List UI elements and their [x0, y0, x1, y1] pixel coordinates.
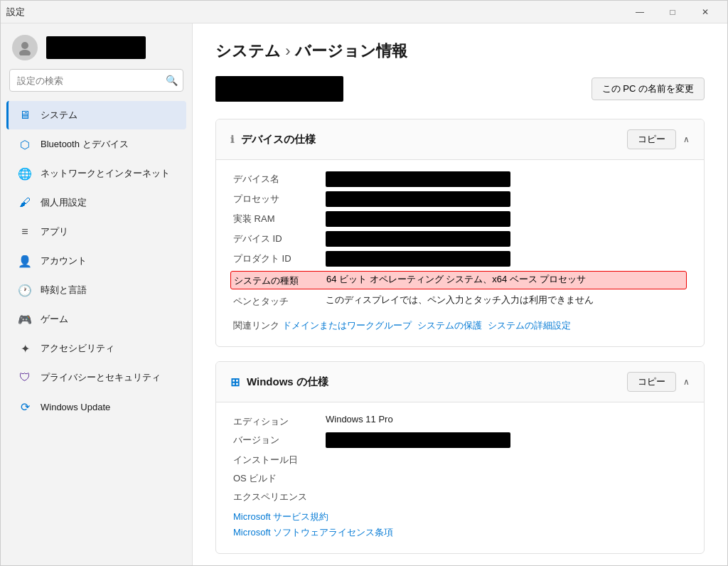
- sidebar-item-update[interactable]: ⟳ Windows Update: [6, 393, 186, 421]
- page-title: システム › バージョン情報: [215, 41, 407, 62]
- device-spec-collapse-icon[interactable]: ∧: [683, 134, 690, 144]
- windows-spec-copy-button[interactable]: コピー: [627, 372, 676, 392]
- titlebar-left: 設定: [6, 6, 25, 18]
- table-row: デバイス ID: [233, 231, 687, 247]
- sidebar-item-label: ネットワークとインターネット: [41, 167, 170, 180]
- sidebar-item-label: Windows Update: [41, 402, 110, 412]
- apps-icon: ≡: [18, 225, 32, 239]
- windows-spec-collapse-icon[interactable]: ∧: [683, 377, 690, 387]
- row-label: エクスペリエンス: [233, 489, 326, 503]
- network-icon: 🌐: [18, 166, 32, 181]
- sidebar-item-label: Bluetooth とデバイス: [41, 138, 129, 151]
- row-label: システムの種類: [234, 273, 326, 287]
- device-spec-copy-button[interactable]: コピー: [627, 129, 676, 149]
- row-value: [326, 211, 687, 227]
- table-row-highlighted: システムの種類 64 ビット オペレーティング システム、x64 ベース プロセ…: [230, 271, 687, 289]
- sidebar-item-label: システム: [41, 109, 77, 122]
- row-value: このディスプレイでは、ペン入力とタッチ入力は利用できません: [326, 294, 687, 306]
- device-spec-header: ℹ デバイスの仕様 コピー ∧: [216, 119, 704, 160]
- row-value: 64 ビット オペレーティング システム、x64 ベース プロセッサ: [326, 273, 683, 286]
- device-spec-table: デバイス名 プロセッサ 実装 RAM: [233, 171, 687, 308]
- related-link-domain[interactable]: ドメインまたはワークグループ: [282, 319, 412, 332]
- table-row: 実装 RAM: [233, 211, 687, 227]
- sidebar-item-label: アカウント: [41, 255, 87, 267]
- windows-icon: ⊞: [230, 375, 240, 389]
- accounts-icon: 👤: [18, 254, 32, 268]
- sidebar-user-section: [1, 23, 192, 69]
- ms-service-link[interactable]: Microsoft サービス規約: [233, 511, 687, 523]
- sidebar-item-bluetooth[interactable]: ⬡ Bluetooth とデバイス: [6, 130, 186, 159]
- row-label: プロダクト ID: [233, 251, 326, 265]
- windows-spec-title: Windows の仕様: [247, 375, 328, 389]
- gaming-icon: 🎮: [18, 312, 32, 326]
- row-label: バージョン: [233, 432, 326, 447]
- table-row: OS ビルド: [233, 471, 687, 485]
- sidebar-item-time[interactable]: 🕐 時刻と言語: [6, 276, 186, 304]
- redacted-value: [326, 191, 510, 207]
- sidebar-search[interactable]: 🔍: [9, 69, 183, 92]
- table-row: エディション Windows 11 Pro: [233, 414, 687, 428]
- redacted-value: [326, 231, 510, 247]
- sidebar-item-network[interactable]: 🌐 ネットワークとインターネット: [6, 159, 186, 188]
- sidebar-item-gaming[interactable]: 🎮 ゲーム: [6, 305, 186, 333]
- windows-spec-header: ⊞ Windows の仕様 コピー ∧: [216, 362, 704, 402]
- windows-spec-title-group: ⊞ Windows の仕様: [230, 375, 328, 389]
- minimize-button[interactable]: —: [623, 1, 656, 23]
- table-row: エクスペリエンス: [233, 489, 687, 503]
- row-label: エディション: [233, 414, 326, 428]
- bluetooth-icon: ⬡: [18, 137, 32, 151]
- sidebar-item-system[interactable]: 🖥 システム: [6, 101, 186, 129]
- table-row: ペンとタッチ このディスプレイでは、ペン入力とタッチ入力は利用できません: [233, 294, 687, 308]
- rename-pc-button[interactable]: この PC の名前を変更: [592, 78, 705, 100]
- titlebar-title: 設定: [6, 6, 25, 18]
- redacted-value: [326, 211, 510, 227]
- related-link-protection[interactable]: システムの保護: [417, 319, 482, 332]
- row-value: [326, 432, 687, 448]
- device-spec-title-group: ℹ デバイスの仕様: [230, 133, 316, 146]
- row-label: デバイス名: [233, 171, 326, 186]
- personalization-icon: 🖌: [18, 196, 32, 210]
- sidebar-item-label: 個人用設定: [41, 196, 87, 209]
- titlebar: 設定 — □ ✕: [1, 1, 727, 23]
- close-button[interactable]: ✕: [689, 1, 722, 23]
- device-spec-body: デバイス名 プロセッサ 実装 RAM: [216, 160, 704, 346]
- privacy-icon: 🛡: [18, 370, 32, 385]
- sidebar-item-accounts[interactable]: 👤 アカウント: [6, 247, 186, 275]
- table-row: バージョン: [233, 432, 687, 448]
- windows-spec-body: エディション Windows 11 Pro バージョン インストール日: [216, 402, 704, 553]
- settings-window: 設定 — □ ✕ 🔍 🖥 システム: [0, 0, 728, 566]
- device-name-row: この PC の名前を変更: [215, 76, 705, 102]
- svg-point-0: [21, 42, 28, 49]
- info-icon: ℹ: [230, 134, 234, 145]
- row-label: プロセッサ: [233, 191, 326, 205]
- related-link-advanced[interactable]: システムの詳細設定: [488, 319, 571, 332]
- sidebar-nav: 🖥 システム ⬡ Bluetooth とデバイス 🌐 ネットワークとインターネッ…: [1, 100, 192, 565]
- redacted-value: [326, 432, 510, 448]
- redacted-value: [326, 171, 510, 187]
- breadcrumb-parent: システム: [215, 42, 281, 60]
- row-label: インストール日: [233, 452, 326, 466]
- maximize-button[interactable]: □: [656, 1, 689, 23]
- sidebar-item-label: 時刻と言語: [41, 284, 87, 297]
- username-box: [46, 36, 146, 59]
- sidebar-item-label: アクセシビリティ: [41, 342, 114, 355]
- breadcrumb-current: バージョン情報: [295, 42, 407, 60]
- sidebar-item-accessibility[interactable]: ✦ アクセシビリティ: [6, 334, 186, 363]
- titlebar-controls: — □ ✕: [623, 1, 722, 23]
- redacted-value: [326, 251, 510, 267]
- table-row: デバイス名: [233, 171, 687, 187]
- windows-spec-table: エディション Windows 11 Pro バージョン インストール日: [233, 414, 687, 503]
- row-label: 実装 RAM: [233, 211, 326, 225]
- search-input[interactable]: [9, 69, 183, 92]
- sidebar-item-apps[interactable]: ≡ アプリ: [6, 218, 186, 246]
- sidebar-item-privacy[interactable]: 🛡 プライバシーとセキュリティ: [6, 363, 186, 392]
- row-label: ペンとタッチ: [233, 294, 326, 308]
- sidebar: 🔍 🖥 システム ⬡ Bluetooth とデバイス 🌐 ネットワークとインター…: [1, 23, 193, 565]
- sidebar-item-label: アプリ: [41, 225, 68, 238]
- sidebar-item-personal[interactable]: 🖌 個人用設定: [6, 188, 186, 217]
- page-header: システム › バージョン情報: [215, 41, 705, 62]
- ms-links-group: Microsoft サービス規約 Microsoft ソフトウェアライセンス条項: [233, 511, 687, 539]
- row-value: [326, 191, 687, 207]
- row-label: デバイス ID: [233, 231, 326, 245]
- ms-license-link[interactable]: Microsoft ソフトウェアライセンス条項: [233, 526, 687, 539]
